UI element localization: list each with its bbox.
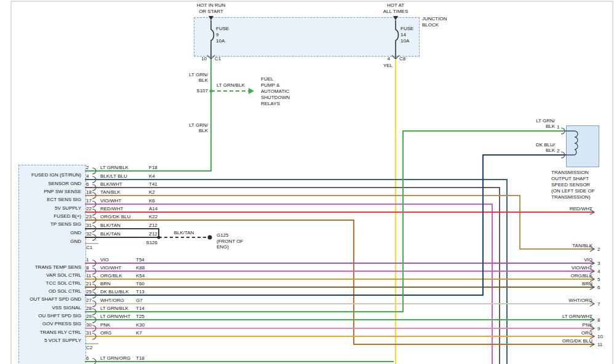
wire-org-dk-blu bbox=[85, 220, 594, 344]
fuse-14-label: FUSE 14 10A bbox=[401, 26, 413, 44]
circuit-code: K54 bbox=[136, 273, 145, 279]
circuit-code: T18 bbox=[136, 355, 145, 361]
wire-color-label: YEL bbox=[372, 63, 393, 68]
circuit-code: K30 bbox=[136, 322, 145, 328]
wire-lt-grn-blk-sensor bbox=[85, 131, 566, 312]
circuit-code: F18 bbox=[149, 165, 157, 170]
signal-label: VAR SOL CTRL bbox=[21, 272, 81, 278]
splice-s107-label: S107 bbox=[186, 88, 208, 93]
wire-color-label: BLK/TAN bbox=[160, 230, 208, 235]
pin-number: 2 bbox=[557, 148, 559, 154]
sensor-caption-line: TRANSMISSION) bbox=[551, 194, 595, 200]
colored-wires bbox=[85, 59, 594, 364]
fuse-14-wire bbox=[396, 20, 399, 59]
wire-color-line2: BLK bbox=[183, 77, 208, 83]
ground-location-label: (FRONT OF ENG) bbox=[217, 239, 243, 250]
stub-label: VIO/WHT bbox=[527, 265, 592, 271]
pin-number: 22 bbox=[86, 206, 92, 212]
wire-color-label: LT GRN/BLK bbox=[100, 165, 129, 170]
power-feed-right-line1: HOT AT bbox=[371, 2, 420, 9]
signal-label: FUSED B(+) bbox=[21, 213, 81, 219]
wire-color-label: DK BLU/BLK bbox=[100, 289, 129, 295]
stub-pin: 3 bbox=[597, 261, 600, 266]
sensor-symbols bbox=[561, 128, 578, 158]
wire-color-label: ORG bbox=[100, 330, 111, 336]
fuse-word: FUSE bbox=[401, 26, 413, 32]
wire-color-label: BLK/TAN bbox=[100, 223, 121, 228]
relay-line: FUEL bbox=[261, 76, 290, 82]
junction-block-line1: JUNCTION bbox=[422, 16, 447, 22]
stub-pin: 8 bbox=[597, 317, 600, 323]
pin-number: 25 bbox=[86, 289, 92, 295]
signal-label: OU SHFT SPD SIG bbox=[21, 313, 81, 318]
pin-number: 29 bbox=[86, 314, 92, 319]
pin-number: 31 bbox=[86, 330, 92, 336]
fuse-9-connector: C1 bbox=[215, 56, 221, 61]
circuit-code: G7 bbox=[136, 298, 143, 303]
power-feed-right-label: HOT AT ALL TIMES bbox=[371, 2, 420, 15]
pin-number: 31 bbox=[86, 223, 92, 228]
signal-label: 5 VOLT SUPPLY bbox=[21, 338, 81, 343]
signal-label: TRANS RLY CTRL bbox=[21, 330, 81, 335]
circuit-code: T25 bbox=[136, 314, 145, 319]
fuse-rating: 10A bbox=[216, 38, 229, 44]
wire-color-label: BLK/LT BLU bbox=[100, 173, 127, 179]
stub-label: LT GRN/WHT bbox=[527, 314, 592, 319]
circuit-code: T13 bbox=[136, 289, 145, 295]
signal-label: GND bbox=[21, 230, 81, 235]
relay-line: RELAYS bbox=[261, 101, 290, 107]
ground-location-line1: (FRONT OF bbox=[217, 239, 243, 244]
splice-s107-dot bbox=[209, 89, 212, 92]
wire-color-label: LT GRN/ORG bbox=[100, 355, 130, 361]
wire-color-label: BRN bbox=[100, 281, 111, 287]
stub-label: ORG bbox=[527, 330, 592, 336]
signal-label: FUSED IGN (ST/RUN) bbox=[21, 172, 81, 178]
signal-label: VSS SIGNAL bbox=[21, 305, 81, 311]
relay-line: PUMP & bbox=[261, 82, 290, 89]
fuse-number: 9 bbox=[216, 32, 229, 38]
circuit-code: K88 bbox=[136, 265, 145, 271]
pin-number: 8 bbox=[86, 265, 89, 271]
fuse-9-wire bbox=[211, 20, 214, 59]
pin-number: 2 bbox=[86, 165, 89, 170]
sensor-caption-line: (ON LEFT SIDE OF bbox=[551, 188, 595, 194]
signal-label: OD SOL CTRL bbox=[21, 288, 81, 294]
circuit-code: K4 bbox=[149, 173, 155, 179]
right-arrow-icon bbox=[249, 88, 254, 94]
junction-block-label: JUNCTION BLOCK bbox=[422, 16, 447, 28]
wire-color-line2: BLK bbox=[527, 148, 555, 153]
signal-label: TCC SOL CTRL bbox=[21, 280, 81, 286]
signal-label: 5V SUPPLY bbox=[21, 205, 81, 211]
wire-color-line1: LT GRN/ bbox=[527, 118, 555, 124]
circuit-code: T60 bbox=[136, 281, 145, 287]
stub-label: RED/WHT bbox=[527, 206, 592, 212]
signal-label: GOV PRESS SIG bbox=[21, 321, 81, 326]
wire-color-label: LT GRN/ BLK bbox=[527, 118, 555, 129]
fuse-14-connector: C8 bbox=[399, 56, 405, 61]
pin-number: 30 bbox=[86, 322, 92, 328]
stub-pin: 4 bbox=[597, 269, 600, 274]
circuit-code: K6 bbox=[149, 198, 155, 204]
relay-line: SHUTDOWN bbox=[261, 95, 290, 101]
circuit-code: Z12 bbox=[149, 231, 157, 237]
stub-pin: 5 bbox=[597, 277, 600, 282]
power-feed-right-line2: ALL TIMES bbox=[371, 9, 420, 15]
wiring-diagram-page: HOT IN RUN OR START HOT AT ALL TIMES JUN… bbox=[0, 0, 614, 364]
wire-blk-wht bbox=[85, 188, 500, 364]
stub-pin: 10 bbox=[597, 334, 603, 339]
signal-label: PNP SW SENSE bbox=[21, 189, 81, 194]
signal-label: TP SENS SIG bbox=[21, 221, 81, 227]
sensor-caption-line: OUTPUT SHAFT bbox=[551, 176, 595, 182]
wire-color-label: TAN/BLK bbox=[100, 189, 121, 195]
fuse-14-pin: 4 bbox=[378, 56, 390, 61]
wire-color-line2: BLK bbox=[183, 128, 208, 133]
fuse-9-label: FUSE 9 10A bbox=[216, 26, 229, 44]
fuse-rating: 10A bbox=[401, 38, 413, 44]
wire-color-label: ORG/DK BLU bbox=[100, 214, 130, 220]
circuit-code: A14 bbox=[149, 206, 157, 212]
stub-label: ORG/DK BLU bbox=[527, 338, 592, 344]
splice-s126-dot bbox=[157, 235, 160, 239]
pin-number: 27 bbox=[86, 298, 92, 303]
pin-number: 1 bbox=[86, 257, 89, 263]
stub-label: TAN/BLK bbox=[527, 243, 592, 248]
